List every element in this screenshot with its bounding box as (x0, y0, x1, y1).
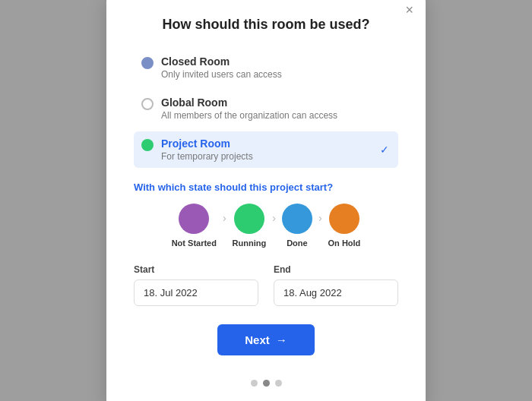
dot-2 (263, 380, 270, 387)
selected-checkmark: ✓ (380, 144, 389, 156)
done-circle (282, 204, 312, 234)
state-running[interactable]: Running (233, 204, 267, 248)
next-arrow-icon: → (276, 333, 287, 346)
global-room-desc: All members of the organization can acce… (161, 110, 337, 121)
states-row: Not Started › Running › Done › On Hold (134, 204, 398, 248)
modal-title: How should this room be used? (134, 17, 398, 33)
state-on-hold[interactable]: On Hold (328, 204, 361, 248)
next-button-label: Next (245, 333, 270, 346)
on-hold-circle (329, 204, 359, 234)
end-date-label: End (274, 264, 398, 275)
arrow-2: › (272, 212, 276, 224)
closed-room-radio (141, 57, 154, 69)
project-room-name: Project Room (161, 137, 253, 150)
global-room-name: Global Room (161, 96, 337, 109)
start-date-label: Start (134, 264, 258, 275)
closed-room-option[interactable]: Closed Room Only invited users can acces… (134, 49, 398, 86)
not-started-circle (179, 204, 209, 234)
state-done[interactable]: Done (282, 204, 312, 248)
project-room-indicator (141, 139, 154, 151)
dot-3 (275, 380, 282, 387)
not-started-label: Not Started (172, 238, 217, 248)
global-room-radio (141, 98, 154, 110)
states-section-label: With which state should this project sta… (134, 182, 398, 193)
closed-room-name: Closed Room (161, 55, 282, 68)
dot-1 (251, 380, 258, 387)
next-button[interactable]: Next → (217, 324, 315, 355)
done-label: Done (287, 238, 308, 248)
next-button-wrapper: Next → (134, 324, 398, 368)
close-button[interactable]: × (405, 3, 413, 17)
arrow-1: › (223, 212, 226, 224)
running-label: Running (233, 238, 267, 248)
on-hold-label: On Hold (328, 238, 361, 248)
modal-dialog: × How should this room be used? Closed R… (106, 0, 426, 401)
arrow-3: › (318, 212, 322, 224)
dates-row: Start 18. Jul 2022 End 18. Aug 2022 (134, 264, 398, 306)
running-circle (234, 204, 264, 234)
closed-room-desc: Only invited users can access (161, 69, 282, 80)
global-room-option[interactable]: Global Room All members of the organizat… (134, 90, 398, 127)
project-room-desc: For temporary projects (161, 151, 253, 162)
start-date-field: Start 18. Jul 2022 (134, 264, 258, 306)
project-room-option[interactable]: Project Room For temporary projects ✓ (134, 131, 398, 168)
state-not-started[interactable]: Not Started (172, 204, 217, 248)
end-date-field: End 18. Aug 2022 (274, 264, 398, 306)
pagination-dots (134, 380, 398, 387)
end-date-input[interactable]: 18. Aug 2022 (274, 279, 398, 306)
start-date-input[interactable]: 18. Jul 2022 (134, 279, 258, 306)
